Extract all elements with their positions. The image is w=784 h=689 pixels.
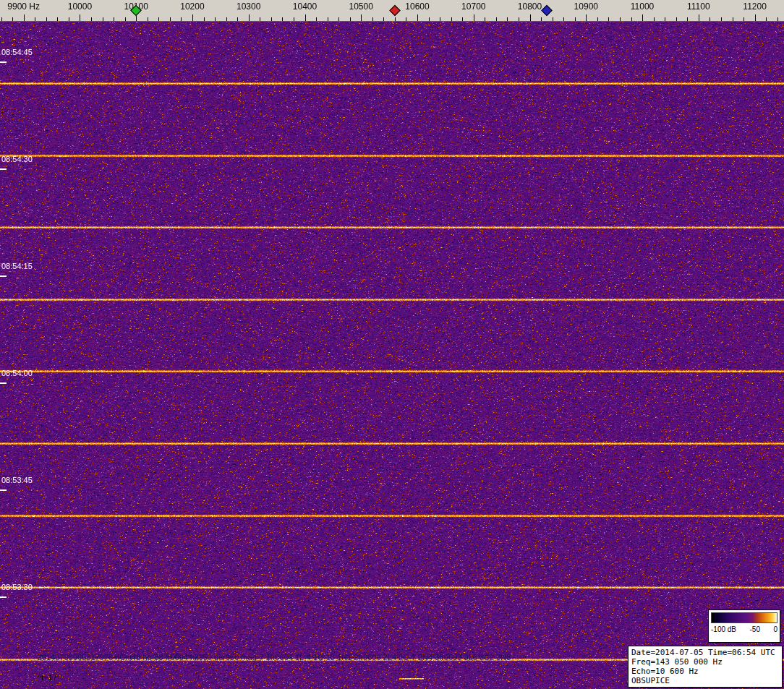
freq-tick-minor <box>91 17 92 21</box>
info-station-line: OBSUPICE <box>631 676 779 685</box>
freq-tick-minor <box>125 17 126 21</box>
time-offset-mark: ^t+17 <box>38 673 57 682</box>
freq-label: 10800 <box>518 1 542 12</box>
freq-tick-major <box>755 14 756 21</box>
frequency-ruler[interactable]: 9900 Hz100001010010200103001040010500106… <box>0 0 784 22</box>
freq-tick-minor <box>743 17 744 21</box>
freq-tick-minor <box>170 17 171 21</box>
freq-tick-major <box>249 14 250 21</box>
freq-tick-minor <box>69 17 69 21</box>
freq-tick-minor <box>226 17 227 21</box>
marker-diamond-blue[interactable] <box>541 5 553 17</box>
freq-tick-minor <box>440 17 440 21</box>
freq-tick-minor <box>1 17 2 21</box>
freq-tick-minor <box>338 17 339 21</box>
freq-tick-minor <box>372 17 373 21</box>
freq-tick-minor <box>383 17 384 21</box>
freq-label: 9900 Hz <box>7 1 40 12</box>
freq-tick-minor <box>215 17 216 21</box>
detection-annotation: 20140705065317976 hCnt48 hb-88 fr0604 hi… <box>38 653 511 662</box>
freq-tick-minor <box>766 17 767 21</box>
freq-tick-minor <box>46 17 47 21</box>
freq-tick-minor <box>507 17 508 21</box>
spectrogram-app-window: 9900 Hz100001010010200103001040010500106… <box>0 0 784 689</box>
freq-tick-minor <box>114 17 114 21</box>
freq-tick-minor <box>429 17 430 21</box>
freq-label: 10200 <box>180 1 204 12</box>
freq-label: 10300 <box>237 1 260 12</box>
observation-info-box: Date=2014-07-05 Time=06:54 UTC Freq=143 … <box>628 646 783 688</box>
marker-diamond-red[interactable] <box>389 5 401 17</box>
freq-tick-minor <box>181 17 182 21</box>
freq-label: 10000 <box>68 1 92 12</box>
freq-tick-minor <box>316 17 317 21</box>
freq-tick-minor <box>620 17 621 21</box>
freq-tick-minor <box>597 17 598 21</box>
freq-tick-major <box>642 14 643 21</box>
freq-tick-major <box>305 14 306 21</box>
freq-label: 11000 <box>631 1 654 12</box>
db-label-min: -100 dB <box>711 625 736 633</box>
freq-tick-minor <box>12 17 13 21</box>
info-date-line: Date=2014-07-05 Time=06:54 UTC <box>631 648 779 657</box>
freq-tick-minor <box>665 17 665 21</box>
freq-tick-minor <box>462 17 463 21</box>
freq-tick-minor <box>406 17 406 21</box>
freq-tick-major <box>192 14 193 21</box>
freq-tick-minor <box>294 17 294 21</box>
freq-tick-minor <box>237 17 238 21</box>
freq-tick-minor <box>395 17 396 21</box>
freq-tick-major <box>474 14 474 21</box>
freq-tick-minor <box>777 17 778 21</box>
freq-tick-minor <box>631 17 632 21</box>
freq-tick-minor <box>350 17 351 21</box>
freq-tick-minor <box>608 17 609 21</box>
freq-tick-minor <box>676 17 677 21</box>
freq-tick-minor <box>687 17 688 21</box>
db-label-max: 0 <box>773 625 777 633</box>
freq-tick-minor <box>485 17 485 21</box>
freq-tick-minor <box>654 17 655 21</box>
freq-tick-minor <box>451 17 452 21</box>
freq-tick-major <box>530 14 531 21</box>
color-scale-legend: -100 dB -50 0 <box>708 609 780 643</box>
freq-tick-minor <box>103 17 103 21</box>
freq-tick-minor <box>158 17 159 21</box>
db-scale-labels: -100 dB -50 0 <box>711 625 777 633</box>
freq-label: 10700 <box>461 1 485 12</box>
freq-tick-minor <box>553 17 553 21</box>
freq-tick-major <box>24 14 25 21</box>
freq-tick-minor <box>563 17 564 21</box>
freq-tick-major <box>417 14 418 21</box>
freq-tick-major <box>586 14 587 21</box>
freq-tick-minor <box>282 17 283 21</box>
freq-tick-major <box>699 14 699 21</box>
freq-label: 11100 <box>687 1 710 12</box>
freq-label: 10900 <box>574 1 598 12</box>
db-label-mid: -50 <box>750 625 760 633</box>
info-freq-line: Freq=143 050 000 Hz <box>631 657 779 667</box>
freq-tick-minor <box>57 17 58 21</box>
freq-tick-minor <box>148 17 148 21</box>
freq-tick-minor <box>35 17 35 21</box>
info-echo-line: Echo=10 600 Hz <box>631 667 779 676</box>
freq-tick-minor <box>710 17 710 21</box>
freq-label: 10600 <box>405 1 429 12</box>
spectrogram-canvas <box>0 22 784 689</box>
db-gradient-bar <box>711 612 777 623</box>
freq-tick-minor <box>541 17 542 21</box>
freq-tick-minor <box>204 17 205 21</box>
freq-tick-minor <box>575 17 576 21</box>
freq-label: 10500 <box>349 1 373 12</box>
freq-label: 10400 <box>293 1 317 12</box>
freq-tick-minor <box>733 17 733 21</box>
freq-tick-minor <box>260 17 260 21</box>
freq-tick-major <box>80 14 80 21</box>
freq-tick-minor <box>328 17 328 21</box>
freq-tick-minor <box>496 17 497 21</box>
freq-tick-minor <box>271 17 272 21</box>
freq-label: 11200 <box>743 1 766 12</box>
freq-tick-major <box>361 14 362 21</box>
freq-tick-minor <box>519 17 519 21</box>
freq-tick-minor <box>721 17 722 21</box>
